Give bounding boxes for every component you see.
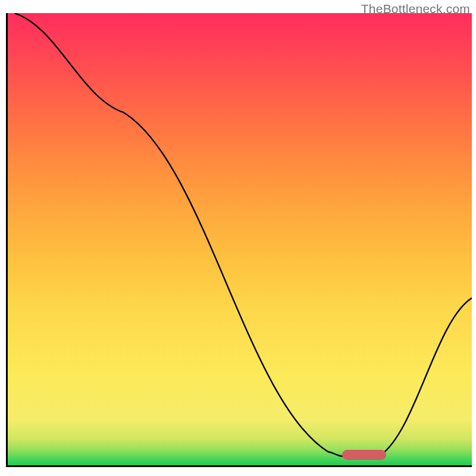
chart-curve	[8, 13, 472, 465]
chart-plot-area	[6, 13, 472, 467]
optimal-point-marker	[342, 450, 386, 460]
